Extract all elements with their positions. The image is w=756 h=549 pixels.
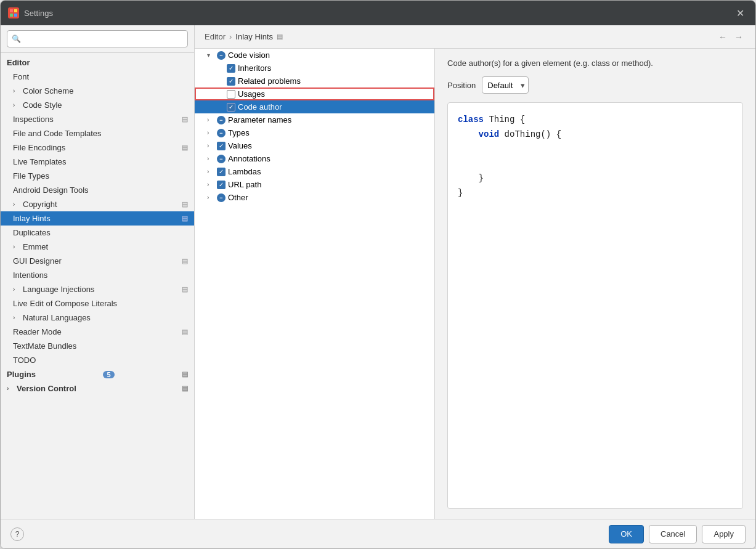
- sidebar-item-file-code-templates[interactable]: File and Code Templates: [1, 126, 194, 140]
- tree-checkbox-lambdas[interactable]: ✓: [217, 168, 226, 176]
- sidebar-item-copyright[interactable]: › Copyright ▤: [1, 197, 194, 211]
- sidebar-item-language-injections[interactable]: › Language Injections ▤: [1, 282, 194, 296]
- position-select[interactable]: Default Top Bottom Left Right: [482, 76, 529, 94]
- file-encodings-label: File Encodings: [13, 143, 65, 152]
- sidebar-item-live-edit[interactable]: Live Edit of Compose Literals: [1, 296, 194, 311]
- settings-icon: ▤: [182, 115, 188, 123]
- tree-chevron-icon: ›: [207, 142, 214, 149]
- code-line-3: [458, 142, 733, 157]
- settings-icon: ▤: [182, 200, 188, 208]
- nav-arrows: ← →: [716, 31, 746, 43]
- sidebar-item-android-design-tools[interactable]: Android Design Tools: [1, 183, 194, 197]
- tree-item-code-vision[interactable]: ▾ − Code vision: [195, 49, 434, 62]
- tree-checkbox-related-problems[interactable]: ✓: [227, 77, 235, 86]
- sidebar-item-inlay-hints[interactable]: Inlay Hints ▤: [1, 211, 194, 226]
- chevron-icon: ›: [13, 286, 20, 293]
- close-button[interactable]: ✕: [733, 6, 748, 20]
- settings-icon: ▤: [182, 370, 188, 378]
- sidebar-section-editor[interactable]: Editor: [1, 55, 194, 70]
- sidebar-item-code-style[interactable]: › Code Style: [1, 98, 194, 112]
- ok-button[interactable]: OK: [609, 525, 644, 543]
- tree-chevron-icon: ›: [207, 129, 214, 136]
- sidebar-item-duplicates[interactable]: Duplicates: [1, 226, 194, 240]
- tree-checkbox-values[interactable]: ✓: [217, 142, 226, 150]
- settings-icon: ▤: [182, 257, 188, 265]
- sidebar: 🔍 Editor Font › Color Scheme: [1, 25, 195, 519]
- sidebar-item-gui-designer[interactable]: GUI Designer ▤: [1, 254, 194, 268]
- chevron-icon: ›: [13, 102, 20, 108]
- bottom-bar: ? OK Cancel Apply: [1, 519, 755, 548]
- tree-item-types[interactable]: › − Types: [195, 126, 434, 139]
- plugins-badge: 5: [103, 371, 114, 378]
- search-input[interactable]: [7, 30, 188, 47]
- editor-label: Editor: [7, 58, 30, 67]
- sidebar-section-version-control[interactable]: › Version Control ▤: [1, 381, 194, 396]
- duplicates-label: Duplicates: [13, 228, 51, 237]
- sidebar-item-live-templates[interactable]: Live Templates: [1, 155, 194, 169]
- sidebar-item-file-types[interactable]: File Types: [1, 169, 194, 183]
- file-types-label: File Types: [13, 171, 49, 181]
- tree-minus-icon: −: [217, 116, 226, 124]
- sidebar-item-color-scheme[interactable]: › Color Scheme: [1, 84, 194, 98]
- split-view: ▾ − Code vision ✓ Inheritors ✓ Relat: [195, 49, 755, 519]
- cancel-button[interactable]: Cancel: [649, 525, 697, 543]
- tree-item-other[interactable]: › − Other: [195, 191, 434, 204]
- nav-forward-button[interactable]: →: [732, 31, 746, 43]
- sidebar-item-reader-mode[interactable]: Reader Mode ▤: [1, 325, 194, 339]
- settings-icon: ▤: [182, 384, 188, 392]
- window-title: Settings: [24, 9, 728, 18]
- tree-minus-icon: −: [217, 129, 226, 137]
- breadcrumb-settings-icon[interactable]: ▤: [277, 33, 283, 41]
- sidebar-section-plugins[interactable]: Plugins 5 ▤: [1, 367, 194, 381]
- settings-icon: ▤: [182, 328, 188, 336]
- inlay-hints-label: Inlay Hints: [13, 214, 51, 223]
- tree-item-inheritors[interactable]: ✓ Inheritors: [195, 62, 434, 75]
- tree-checkbox-url-path[interactable]: ✓: [217, 181, 226, 189]
- search-icon: 🔍: [12, 35, 21, 43]
- tree-item-code-author[interactable]: ✓ Code author: [195, 100, 434, 113]
- tree-item-lambdas[interactable]: › ✓ Lambdas: [195, 165, 434, 178]
- code-line-4: [458, 157, 733, 171]
- sidebar-item-inspections[interactable]: Inspections ▤: [1, 112, 194, 126]
- tree-checkbox-usages[interactable]: [227, 90, 235, 99]
- sidebar-item-font[interactable]: Font: [1, 70, 194, 84]
- sidebar-item-natural-languages[interactable]: › Natural Languages: [1, 311, 194, 325]
- apply-button[interactable]: Apply: [702, 525, 746, 543]
- chevron-icon: ›: [13, 243, 20, 250]
- sidebar-item-todo[interactable]: TODO: [1, 353, 194, 367]
- color-scheme-label: Color Scheme: [23, 86, 73, 96]
- sidebar-item-file-encodings[interactable]: File Encodings ▤: [1, 140, 194, 155]
- sidebar-item-intentions[interactable]: Intentions: [1, 268, 194, 282]
- breadcrumb-bar: Editor › Inlay Hints ▤ ← →: [195, 25, 755, 49]
- tree-minus-icon: −: [217, 155, 226, 163]
- tree-item-label: Related problems: [238, 76, 301, 86]
- tree-chevron-icon: ›: [207, 155, 214, 162]
- tree-checkbox-inheritors[interactable]: ✓: [227, 64, 235, 73]
- sidebar-item-textmate-bundles[interactable]: TextMate Bundles: [1, 339, 194, 353]
- tree-item-url-path[interactable]: › ✓ URL path: [195, 178, 434, 191]
- tree-item-values[interactable]: › ✓ Values: [195, 139, 434, 152]
- sidebar-item-emmet[interactable]: › Emmet: [1, 240, 194, 254]
- chevron-icon: ›: [13, 201, 20, 208]
- right-panel: Code author(s) for a given element (e.g.…: [435, 49, 755, 519]
- chevron-icon: ›: [13, 314, 20, 321]
- tree-item-related-problems[interactable]: ✓ Related problems: [195, 75, 434, 87]
- tree-checkbox-code-author[interactable]: ✓: [227, 103, 235, 112]
- tree-item-usages[interactable]: Usages: [195, 87, 434, 100]
- position-select-wrap: Default Top Bottom Left Right: [482, 76, 529, 94]
- nav-back-button[interactable]: ←: [716, 31, 730, 43]
- tree-item-label: Values: [228, 141, 252, 150]
- breadcrumb-parent[interactable]: Editor: [205, 32, 226, 41]
- position-label: Position: [447, 81, 476, 90]
- tree-item-annotations[interactable]: › − Annotations: [195, 152, 434, 165]
- tree-item-parameter-names[interactable]: › − Parameter names: [195, 113, 434, 126]
- live-edit-label: Live Edit of Compose Literals: [13, 299, 117, 308]
- inspections-label: Inspections: [13, 115, 54, 124]
- todo-label: TODO: [13, 356, 36, 365]
- file-code-templates-label: File and Code Templates: [13, 129, 102, 138]
- tree-item-label: Annotations: [228, 154, 270, 163]
- help-button[interactable]: ?: [10, 527, 24, 541]
- settings-window: Settings ✕ 🔍 Editor Font: [0, 0, 756, 549]
- tree-item-label: Code vision: [228, 51, 270, 60]
- settings-icon: ▤: [182, 144, 188, 152]
